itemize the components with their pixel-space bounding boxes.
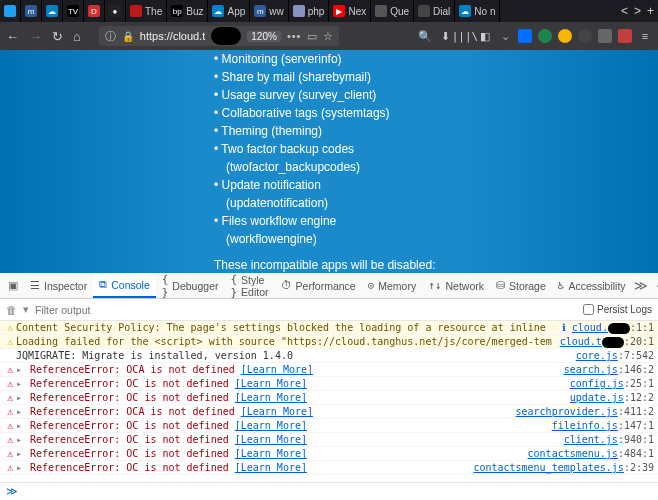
learn-more-link[interactable]: [Learn More] <box>235 462 307 473</box>
tab-favicon: ☁ <box>46 5 58 17</box>
devtools-tab-performance[interactable]: ⏱Performance <box>275 273 362 298</box>
browser-tab[interactable]: mww <box>250 0 288 22</box>
ext-icon-1[interactable] <box>518 29 532 43</box>
search-icon[interactable]: 🔍 <box>418 29 432 43</box>
browser-tab[interactable]: ▶Nex <box>329 0 371 22</box>
devtools-tab-label: Storage <box>509 280 546 292</box>
console-source: update.js:12:2 <box>562 391 654 404</box>
learn-more-link[interactable]: [Learn More] <box>235 448 307 459</box>
home-button[interactable]: ⌂ <box>73 29 81 44</box>
source-link[interactable]: fileinfo.js <box>552 420 618 431</box>
console-source: contactsmenu_templates.js:2:39 <box>465 461 654 474</box>
persist-logs-toggle[interactable]: Persist Logs <box>583 304 652 315</box>
source-link[interactable]: cloud. <box>572 322 608 333</box>
ext-icon-6[interactable] <box>618 29 632 43</box>
reader-icon[interactable]: ▭ <box>307 30 317 43</box>
tab-nav-button[interactable]: < <box>621 4 628 18</box>
browser-tab[interactable]: Que <box>371 0 414 22</box>
source-link[interactable]: client.js <box>564 434 618 445</box>
browser-tab[interactable]: php <box>289 0 330 22</box>
browser-tab[interactable]: ☁No n <box>455 0 500 22</box>
expand-icon[interactable]: ▸ <box>16 419 24 432</box>
console-source: core.js:7:542 <box>568 349 654 362</box>
app-list-item: Theming (theming) <box>214 122 444 140</box>
devtools-tab-style-editor[interactable]: { }Style Editor <box>224 273 274 298</box>
forward-button[interactable]: → <box>29 29 42 44</box>
source-link[interactable]: update.js <box>570 392 624 403</box>
devtools-overflow-icon[interactable]: ≫ <box>634 278 648 293</box>
source-link[interactable]: cloud.t <box>560 336 602 347</box>
source-link[interactable]: core.js <box>576 350 618 361</box>
source-link[interactable]: contactsmenu.js <box>528 448 618 459</box>
source-link[interactable]: searchprovider.js <box>516 406 618 417</box>
devtools-tab-network[interactable]: ↑↓Network <box>422 273 490 298</box>
browser-tab[interactable]: TV <box>63 0 84 22</box>
expand-icon[interactable]: ▸ <box>16 377 24 390</box>
tab-favicon <box>375 5 387 17</box>
browser-tab[interactable]: D <box>84 0 105 22</box>
tab-label: Dial <box>433 6 450 17</box>
tab-label: Que <box>390 6 409 17</box>
filter-input[interactable] <box>35 304 577 316</box>
url-bar[interactable]: ⓘ 🔒 https://cloud.t 120% ••• ▭ ☆ <box>99 26 340 46</box>
devtools-tab-inspector[interactable]: ☰Inspector <box>24 273 93 298</box>
expand-icon[interactable]: ▸ <box>16 391 24 404</box>
tab-nav-button[interactable]: > <box>634 4 641 18</box>
expand-icon[interactable]: ▸ <box>16 461 24 474</box>
ext-icon-2[interactable] <box>538 29 552 43</box>
learn-more-link[interactable]: [Learn More] <box>235 392 307 403</box>
expand-icon[interactable]: ▸ <box>16 363 24 376</box>
browser-tab[interactable]: The <box>126 0 167 22</box>
zoom-badge[interactable]: 120% <box>247 31 281 42</box>
devtools-tab-storage[interactable]: ⛁Storage <box>490 273 552 298</box>
browser-tab[interactable]: ● <box>105 0 126 22</box>
download-icon[interactable]: ⬇ <box>438 29 452 43</box>
expand-icon[interactable]: ▸ <box>16 447 24 460</box>
persist-logs-checkbox[interactable] <box>583 304 594 315</box>
ext-icon-5[interactable] <box>598 29 612 43</box>
learn-more-link[interactable]: [Learn More] <box>241 406 313 417</box>
devtools-tab-memory[interactable]: ⊙Memory <box>362 273 423 298</box>
devtools-tab-debugger[interactable]: { }Debugger <box>156 273 225 298</box>
devtools-tab-accessibility[interactable]: ♿Accessibility <box>552 273 632 298</box>
source-link[interactable]: search.js <box>564 364 618 375</box>
browser-tab[interactable]: ☁App <box>208 0 250 22</box>
more-icon[interactable]: ••• <box>287 30 302 42</box>
error-icon: ⚠ <box>4 447 16 460</box>
source-link[interactable]: contactsmenu_templates.js <box>473 462 624 473</box>
error-icon: ⚠ <box>4 405 16 418</box>
tab-nav-button[interactable]: + <box>647 4 654 18</box>
back-button[interactable]: ← <box>6 29 19 44</box>
error-icon: ⚠ <box>4 363 16 376</box>
browser-tab[interactable]: Dial <box>414 0 455 22</box>
trash-icon[interactable]: 🗑 <box>6 304 17 316</box>
learn-more-link[interactable]: [Learn More] <box>235 434 307 445</box>
devtools-tab-console[interactable]: ⧉Console <box>93 273 156 298</box>
source-link[interactable]: config.js <box>570 378 624 389</box>
pocket-icon[interactable]: ⌄ <box>498 29 512 43</box>
devtools-dock-icon[interactable]: ▣ <box>4 279 22 292</box>
console-message: ▸ ReferenceError: OC is not defined [Lea… <box>16 391 562 404</box>
learn-more-link[interactable]: [Learn More] <box>241 364 313 375</box>
browser-tab[interactable]: m <box>21 0 42 22</box>
learn-more-link[interactable]: [Learn More] <box>235 378 307 389</box>
sidebar-icon[interactable]: ◧ <box>478 29 492 43</box>
browser-tab[interactable] <box>0 0 21 22</box>
lock-icon: 🔒 <box>122 31 134 42</box>
tab-favicon: m <box>25 5 37 17</box>
devtools-tab-icon: ⏱ <box>281 279 292 292</box>
expand-icon[interactable]: ▸ <box>16 405 24 418</box>
expand-icon[interactable]: ▸ <box>16 433 24 446</box>
library-icon[interactable]: |||\ <box>458 29 472 43</box>
browser-tab[interactable]: ☁ <box>42 0 63 22</box>
bookmark-icon[interactable]: ☆ <box>323 30 333 43</box>
learn-more-link[interactable]: [Learn More] <box>235 420 307 431</box>
console-prompt[interactable]: ≫ <box>0 482 658 500</box>
reload-button[interactable]: ↻ <box>52 29 63 44</box>
info-icon[interactable]: ⓘ <box>105 29 116 44</box>
menu-icon[interactable]: ≡ <box>638 29 652 43</box>
ext-icon-3[interactable] <box>558 29 572 43</box>
browser-tab[interactable]: bpBuz <box>167 0 208 22</box>
filter-icon[interactable]: ▾ <box>23 303 29 316</box>
ext-icon-4[interactable] <box>578 29 592 43</box>
